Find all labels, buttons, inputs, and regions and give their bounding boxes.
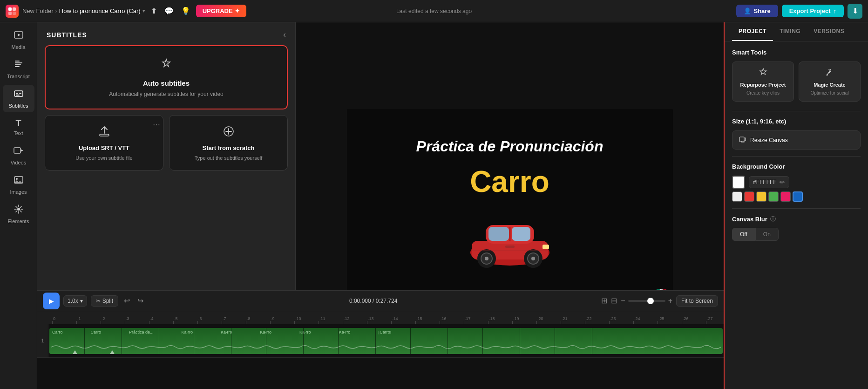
tab-timing[interactable]: TIMING (773, 22, 807, 41)
color-swatch-4[interactable] (780, 191, 791, 202)
subtitle-options-row: ⋯ Upload SRT / VTT Use your own subtitle… (45, 115, 288, 171)
chevron-speed-icon: ▾ (80, 298, 83, 304)
color-swatch-blue[interactable] (793, 191, 803, 202)
sidebar-item-elements[interactable]: Elements (3, 200, 34, 228)
chevron-down-icon[interactable]: ▾ (142, 8, 145, 14)
bg-color-swatch-white[interactable] (732, 176, 745, 189)
upload-srt-title: Upload SRT / VTT (79, 144, 129, 151)
svg-rect-22 (488, 227, 509, 241)
auto-subtitles-desc: Automatically generate subtitles for you… (109, 91, 223, 97)
start-scratch-option[interactable]: Start from scratch Type out the subtitle… (169, 115, 288, 171)
color-swatch-2[interactable] (756, 191, 766, 202)
bg-color-title: Background Color (732, 163, 861, 170)
fit-timeline-icon[interactable]: ⊟ (611, 296, 617, 305)
playback-speed[interactable]: 1.0x ▾ (63, 295, 87, 307)
lightbulb-icon[interactable]: 💡 (179, 5, 192, 17)
track-row-1: 1 Carro Carro Práctica de... Ka·rro Ka·r… (37, 324, 724, 358)
upload-srt-desc: Use your own subtitle file (75, 155, 132, 161)
color-swatch-3[interactable] (768, 191, 779, 202)
magic-create-card[interactable]: Magic Create Optimize for social (799, 61, 861, 102)
download-button[interactable]: ⬇ (848, 4, 862, 19)
magic-create-desc: Optimize for social (810, 90, 848, 96)
upgrade-button[interactable]: UPGRADE ✦ (196, 5, 246, 17)
share-upload-icon[interactable]: ⬆ (149, 5, 159, 17)
smart-tools-grid: Repurpose Project Create key clips Magic… (732, 61, 861, 102)
split-button[interactable]: ✂ Split (91, 295, 118, 307)
zoom-slider[interactable] (628, 300, 665, 302)
right-panel-tabs: PROJECT TIMING VERSIONS (725, 22, 868, 41)
sidebar-item-images[interactable]: Images (3, 171, 34, 198)
transcript-icon (14, 59, 24, 72)
sidebar-item-videos[interactable]: Videos (3, 142, 34, 169)
blur-on-button[interactable]: On (755, 228, 779, 241)
share-button[interactable]: 👤 Share (736, 5, 778, 17)
hex-value: #FFFFFF (753, 179, 777, 185)
color-swatches (732, 191, 861, 202)
videos-label: Videos (11, 160, 26, 165)
time-current: 0:00.000 (349, 298, 371, 304)
transcript-label: Transcript (7, 74, 30, 79)
bg-color-row: #FFFFFF ✏ (732, 176, 861, 189)
subtitles-title: SUBTITLES (47, 31, 87, 39)
blur-off-button[interactable]: Off (732, 228, 755, 241)
split-icon: ✂ (96, 298, 101, 304)
subtitles-icon (14, 89, 24, 101)
svg-rect-2 (8, 12, 12, 15)
zoom-in-button[interactable]: + (668, 297, 672, 305)
svg-point-15 (16, 178, 18, 180)
breadcrumb: New Folder › How to pronounce Carro (Car… (22, 7, 145, 14)
tab-versions[interactable]: VERSIONS (807, 22, 851, 41)
video-word: Carro (470, 164, 549, 199)
car-illustration (463, 208, 556, 273)
svg-rect-13 (14, 148, 20, 153)
track-content[interactable]: Carro Carro Práctica de... Ka·rro Ka·rro… (48, 324, 724, 357)
sidebar-item-media[interactable]: Media (3, 26, 34, 54)
svg-rect-31 (542, 245, 549, 249)
undo-button[interactable]: ↩ (122, 294, 132, 307)
divider-1 (732, 111, 861, 111)
breadcrumb-current[interactable]: How to pronounce Carro (Car) (59, 7, 141, 14)
track-area: 1 Carro Carro Práctica de... Ka·rro Ka·r… (37, 324, 724, 389)
breadcrumb-separator: › (55, 7, 57, 14)
markers-icon[interactable]: ⊞ (601, 296, 607, 305)
close-panel-button[interactable]: ‹ (283, 30, 286, 40)
resize-canvas-icon (739, 136, 746, 144)
fit-screen-button[interactable]: Fit to Screen (676, 295, 718, 307)
svg-rect-11 (19, 93, 21, 94)
video-title: Práctica de Pronunciación (416, 138, 604, 155)
zoom-out-button[interactable]: − (621, 297, 625, 305)
svg-rect-7 (15, 64, 21, 65)
bg-color-section: Background Color #FFFFFF ✏ (732, 163, 861, 202)
main-track-segment[interactable]: Carro Carro Práctica de... Ka·rro Ka·rro… (49, 328, 723, 354)
svg-rect-17 (100, 134, 109, 136)
play-button[interactable]: ▶ (43, 293, 60, 309)
svg-rect-0 (8, 7, 12, 11)
export-button[interactable]: Export Project ↑ (782, 5, 844, 17)
video-content: Práctica de Pronunciación Carro (347, 109, 673, 302)
redo-button[interactable]: ↪ (136, 294, 145, 307)
media-icon (14, 30, 24, 42)
resize-canvas-button[interactable]: Resize Canvas (732, 130, 861, 150)
breadcrumb-folder[interactable]: New Folder (22, 7, 53, 14)
info-icon[interactable]: ⓘ (770, 215, 776, 223)
auto-subtitles-option[interactable]: Auto subtitles Automatically generate su… (45, 45, 288, 109)
edit-color-icon[interactable]: ✏ (780, 178, 785, 186)
color-swatch-1[interactable] (744, 191, 754, 202)
sidebar-item-subtitles[interactable]: Subtitles (3, 85, 34, 112)
more-button[interactable]: ⋯ (153, 120, 160, 129)
svg-rect-35 (739, 137, 744, 142)
repurpose-project-card[interactable]: Repurpose Project Create key clips (732, 61, 794, 102)
sidebar-item-text[interactable]: T Text (3, 114, 34, 140)
elements-label: Elements (8, 218, 29, 224)
upload-srt-option[interactable]: ⋯ Upload SRT / VTT Use your own subtitle… (45, 115, 163, 171)
comment-icon[interactable]: 💬 (163, 5, 176, 17)
svg-point-16 (17, 208, 20, 211)
sidebar-item-transcript[interactable]: Transcript (3, 55, 34, 83)
tab-project[interactable]: PROJECT (732, 22, 773, 41)
upgrade-label: UPGRADE (203, 7, 233, 14)
right-panel-content: Smart Tools Repurpose Project Create key… (725, 41, 868, 389)
svg-rect-33 (505, 246, 515, 248)
color-swatch-0[interactable] (732, 191, 742, 202)
svg-point-34 (826, 75, 827, 76)
size-section: Size (1:1, 9:16, etc) Resize Canvas (732, 118, 861, 150)
